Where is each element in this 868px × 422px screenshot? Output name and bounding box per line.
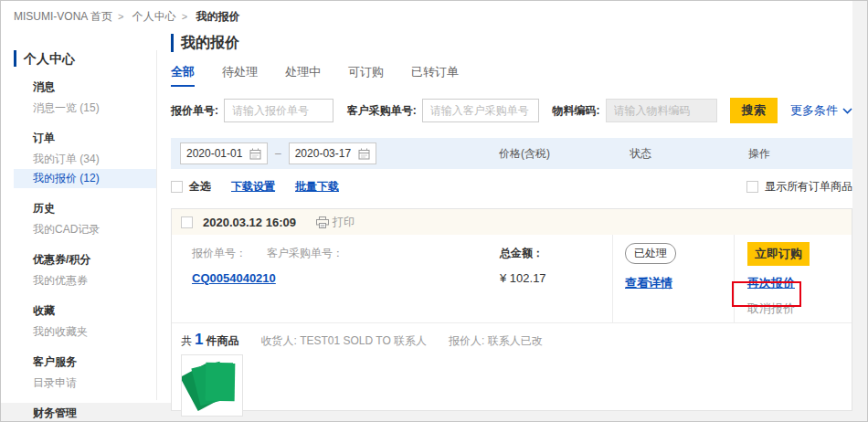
requote-link[interactable]: 再次报价 [747,275,795,291]
filter-row: 报价单号: 客户采购单号: 物料编码: 搜索 更多条件 [171,98,852,123]
right-gutter [852,1,867,421]
date-to-picker[interactable] [289,142,376,164]
sidebar-group-favorites: 收藏 我的收藏夹 [14,302,156,342]
order-now-button[interactable]: 立即订购 [747,242,810,266]
more-conditions-label: 更多条件 [790,102,838,119]
item-count-prefix: 共 [181,333,192,349]
sidebar-group-header: 收藏 [14,302,156,319]
sidebar-group-header: 历史 [14,200,156,216]
download-settings-link[interactable]: 下载设置 [231,179,275,195]
total-amount-value: ¥ 102.17 [500,271,546,285]
show-all-items-checkbox[interactable] [746,181,758,193]
quote-detail-row: 报价单号： 客户采购单号： CQ0054040210 总金额： ¥ 102.17… [172,235,852,323]
product-image-sheet [206,363,236,402]
sidebar-group-coupons: 优惠券/积分 我的优惠券 [14,251,156,290]
quote-items-summary: 共 1 件商品 收货人: TEST01 SOLD TO 联系人 报价人: 联系人… [181,331,852,349]
more-conditions-link[interactable]: 更多条件 [790,102,852,119]
quote-action-column: 立即订购 再次报价 取消报价 [734,235,852,322]
sidebar-group-orders: 订单 我的订单 (34) 我的报价 (12) [14,130,156,188]
print-label: 打印 [333,215,355,230]
date-from-picker[interactable] [180,142,268,164]
sidebar-group-header: 订单 [14,130,156,146]
po-no-input[interactable] [422,99,539,122]
part-no-label: 物料编码: [553,103,600,119]
search-button[interactable]: 搜索 [730,98,778,123]
column-header-action: 操作 [748,146,770,162]
tab-processing[interactable]: 处理中 [285,64,321,87]
sidebar-item-my-favorites[interactable]: 我的收藏夹 [14,322,156,342]
show-all-items-label: 显示所有订单商品 [765,179,852,195]
consignee-info: 收货人: TEST01 SOLD TO 联系人 [260,333,427,349]
table-header: – 价格(含税) 状态 操作 [171,138,852,169]
tab-converted[interactable]: 已转订单 [411,64,459,87]
total-amount-label: 总金额： [500,246,544,261]
printer-icon [316,216,329,228]
quoter-info: 报价人: 联系人已改 [449,333,543,349]
calendar-icon[interactable] [358,148,370,160]
page-title: 我的报价 [171,34,852,52]
quote-card-header: 2020.03.12 16:09 打印 [172,209,852,235]
quote-select-checkbox[interactable] [181,216,193,228]
cancel-quote-link[interactable]: 取消报价 [747,301,795,317]
quote-datetime: 2020.03.12 16:09 [203,216,296,229]
breadcrumb-section[interactable]: 个人中心 [132,10,176,23]
date-from-input[interactable] [186,147,245,160]
sidebar-item-catalog-request[interactable]: 目录申请 [14,374,156,393]
date-to-input[interactable] [295,147,354,160]
sidebar-group-customer-service: 客户服务 目录申请 [14,353,156,393]
sidebar-divider [156,50,157,400]
chevron-down-icon [842,108,852,114]
sidebar-group-messages: 消息 消息一览 (15) [14,79,156,118]
page: MISUMI-VONA 首页> 个人中心> 我的报价 个人中心 消息 消息一览 … [0,0,868,422]
quote-no-input[interactable] [224,99,333,122]
part-no-input[interactable] [606,99,717,122]
sidebar-item-message-list[interactable]: 消息一览 (15) [14,99,156,118]
po-no-label: 客户采购单号: [347,103,417,119]
quote-tabs: 全部 待处理 处理中 可订购 已转订单 [171,64,852,87]
column-header-price: 价格(含税) [499,146,550,162]
sidebar: 个人中心 消息 消息一览 (15) 订单 我的订单 (34) 我的报价 (12)… [14,50,156,422]
tab-pending[interactable]: 待处理 [222,64,258,87]
sidebar-item-my-orders[interactable]: 我的订单 (34) [14,150,156,169]
breadcrumb-separator: > [118,11,123,22]
sidebar-group-finance: 财务管理 发票与财务 [14,405,156,422]
product-thumbnail[interactable] [181,354,243,417]
sidebar-group-header: 消息 [14,79,156,95]
quote-card: 2020.03.12 16:09 打印 报价单号： 客户采购单号： CQ0054… [171,208,852,411]
item-count-suffix: 件商品 [206,333,238,349]
batch-download-link[interactable]: 批量下载 [295,179,339,195]
show-all-items-control: 显示所有订单商品 [746,179,852,195]
sidebar-item-my-coupons[interactable]: 我的优惠券 [14,271,156,290]
item-count: 1 [195,331,203,349]
quote-no-label: 报价单号: [171,103,218,119]
quote-number-link[interactable]: CQ0054040210 [192,271,276,285]
main-panel: 我的报价 全部 待处理 处理中 可订购 已转订单 报价单号: 客户采购单号: 物… [171,34,852,411]
select-all-checkbox[interactable] [171,181,183,193]
breadcrumb-home[interactable]: MISUMI-VONA 首页 [14,10,112,23]
sidebar-title: 个人中心 [14,50,156,67]
breadcrumb-current: 我的报价 [196,10,240,23]
sidebar-item-my-quotes[interactable]: 我的报价 (12) [14,169,156,188]
print-control[interactable]: 打印 [316,215,355,230]
list-toolbar: 全选 下载设置 批量下载 显示所有订单商品 [171,179,852,195]
view-details-link[interactable]: 查看详情 [625,275,672,291]
po-field-label: 客户采购单号： [267,246,344,261]
breadcrumb-separator: > [182,11,187,22]
sidebar-group-header: 优惠券/积分 [14,251,156,268]
breadcrumb: MISUMI-VONA 首页> 个人中心> 我的报价 [14,9,246,25]
quote-status-column: 已处理 查看详情 [612,235,734,322]
sidebar-group-history: 历史 我的CAD记录 [14,200,156,239]
select-all-label: 全选 [189,179,211,195]
calendar-icon[interactable] [249,148,261,160]
quote-no-field-label: 报价单号： [192,246,247,261]
column-header-status: 状态 [630,146,651,162]
tab-orderable[interactable]: 可订购 [348,64,384,87]
tab-all[interactable]: 全部 [171,64,195,87]
sidebar-item-cad-history[interactable]: 我的CAD记录 [14,220,156,239]
sidebar-group-header: 客户服务 [14,353,156,370]
status-badge: 已处理 [625,243,676,264]
sidebar-group-header: 财务管理 [14,405,156,421]
date-range-separator: – [275,147,281,160]
